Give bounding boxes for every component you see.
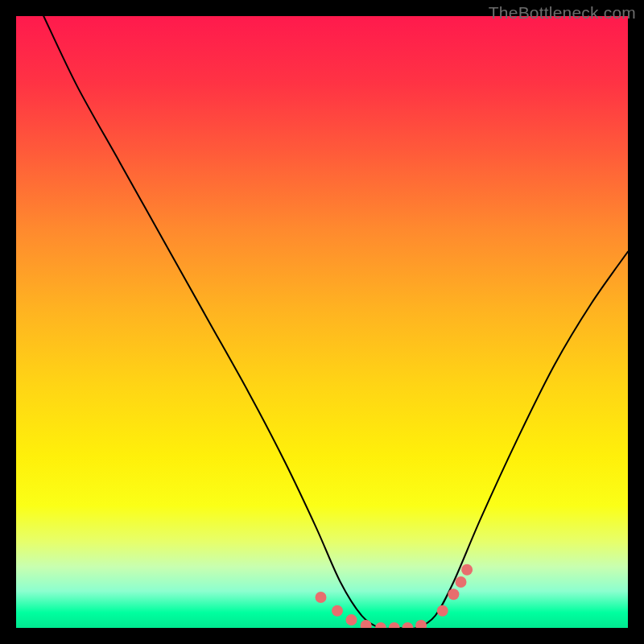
highlight-dot [346,614,357,625]
chart-svg [16,16,628,628]
highlight-dot [316,592,327,603]
highlight-dots [316,564,473,628]
highlight-dot [456,576,467,588]
bottleneck-curve [43,16,628,628]
highlight-dot [402,622,413,628]
highlight-dot [389,622,400,628]
highlight-dot [375,622,386,628]
highlight-dot [448,588,459,600]
highlight-dot [461,564,473,576]
highlight-dot [332,605,343,617]
watermark-text: TheBottleneck.com [489,3,636,23]
highlight-dot [361,620,372,628]
highlight-dot [437,605,448,617]
chart-canvas: TheBottleneck.com [0,0,644,644]
highlight-dot [415,620,427,628]
